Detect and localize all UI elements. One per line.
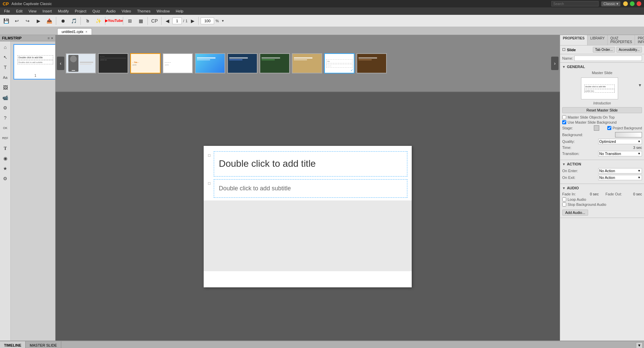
tab-close-button[interactable]: × — [86, 30, 88, 34]
slide-title-box[interactable]: □ Double click to add title — [214, 151, 407, 177]
home-icon-btn[interactable]: ⌂ — [1, 43, 10, 52]
menu-modify[interactable]: Modify — [55, 8, 71, 14]
text2-icon-btn[interactable]: 𝐓 — [1, 144, 10, 153]
text-icon-btn[interactable]: T — [1, 63, 10, 72]
filmstrip-close-icon[interactable]: × — [51, 36, 53, 40]
stop-bg-audio-checkbox[interactable] — [562, 202, 566, 207]
mode-selector[interactable]: Classic ▾ — [601, 1, 620, 6]
thumb-10[interactable] — [357, 53, 387, 73]
menu-insert[interactable]: Insert — [40, 8, 55, 14]
table-button[interactable]: ⊞ — [125, 16, 135, 26]
record-button[interactable]: ⏺ — [58, 16, 68, 26]
transition-select[interactable]: No Transition Fade Slide — [598, 151, 642, 156]
general-section-header[interactable]: ▼ GENERAL — [562, 65, 642, 69]
menu-themes[interactable]: Themes — [134, 8, 153, 14]
zoom-dropdown[interactable]: ▼ — [220, 16, 226, 26]
slide-checkbox[interactable]: ☐ — [562, 48, 566, 52]
master-dropdown-icon[interactable]: ▼ — [638, 83, 642, 88]
master-objs-checkbox[interactable] — [562, 115, 566, 119]
name-input[interactable] — [574, 56, 642, 61]
thumb-6[interactable] — [227, 53, 258, 73]
menu-edit[interactable]: Edit — [13, 8, 25, 14]
redo-button[interactable]: ↪ — [23, 16, 32, 26]
audio-section-header[interactable]: ▼ AUDIO — [562, 186, 642, 190]
accessibility-button[interactable]: Accessibility... — [616, 47, 642, 53]
tab-timeline[interactable]: TIMELINE — [0, 341, 26, 348]
effects2-icon-btn[interactable]: ★ — [1, 164, 10, 173]
menu-video[interactable]: Video — [119, 8, 134, 14]
menu-help[interactable]: Help — [173, 8, 186, 14]
reset-master-button[interactable]: Reset Master Slide — [562, 107, 642, 113]
ok-icon-btn[interactable]: OK — [1, 124, 10, 132]
settings-icon-btn[interactable]: ⚙ — [1, 174, 10, 183]
add-audio-button[interactable]: Add Audio... — [562, 210, 588, 216]
quiz-icon-btn[interactable]: ? — [1, 114, 10, 122]
thumb-3[interactable]: ─ Title ─ subtitle — [130, 53, 161, 73]
tab-library[interactable]: LIBRARY — [587, 35, 608, 45]
toolbar-sep-7 — [198, 17, 199, 25]
stage-color-swatch[interactable] — [594, 125, 599, 131]
pointer-button[interactable]: 🖱 — [83, 16, 92, 26]
menu-file[interactable]: File — [1, 8, 13, 14]
tab-project-info[interactable]: PROJECT INFO — [635, 35, 644, 45]
project-bg-checkbox[interactable] — [607, 126, 611, 130]
master-slide-preview[interactable]: double click to add title subtitle here — [581, 77, 618, 99]
interactions-icon-btn[interactable]: ⚙ — [1, 103, 10, 112]
search-input[interactable] — [551, 1, 599, 6]
image-icon-btn[interactable]: 🖼 — [1, 83, 10, 92]
thumb-nav-right[interactable]: › — [551, 57, 558, 70]
cursor-icon-btn[interactable]: ↖ — [1, 53, 10, 62]
action-section-header[interactable]: ▼ ACTION — [562, 162, 642, 166]
tab-properties[interactable]: PROPERTIES — [560, 35, 587, 45]
grid-button[interactable]: ▦ — [136, 16, 145, 26]
shapes-icon-btn[interactable]: Aa — [1, 73, 10, 82]
maximize-button[interactable] — [630, 1, 635, 6]
tab-order-button[interactable]: Tab Order... — [593, 47, 615, 53]
menu-project[interactable]: Project — [72, 8, 89, 14]
thumb-7[interactable] — [260, 53, 290, 73]
menu-view[interactable]: View — [26, 8, 39, 14]
tab-master-slide[interactable]: MASTER SLIDE — [26, 341, 61, 348]
filmstrip-slide-1[interactable]: Double click to add title Double click t… — [13, 44, 55, 80]
save-button[interactable]: 💾 — [1, 16, 11, 26]
tab-quiz-properties[interactable]: QUIZ PROPERTIES — [608, 35, 635, 45]
thumb-4[interactable]: ─ ─ ─ ─ subtitle — [163, 53, 193, 73]
filmstrip-options-icon[interactable]: ≡ — [47, 36, 49, 40]
zoom-input[interactable]: 100 — [201, 18, 214, 24]
preview-button[interactable]: ▶ — [34, 16, 43, 26]
thumb-8[interactable] — [292, 53, 322, 73]
use-master-bg-checkbox[interactable] — [562, 120, 566, 124]
title-collapse-icon[interactable]: □ — [208, 153, 210, 158]
minimize-button[interactable] — [623, 1, 628, 6]
bg-color-swatch[interactable] — [615, 132, 642, 137]
thumb-2[interactable]: ─ ─ ─ subtitle text — [98, 53, 128, 73]
on-enter-select[interactable]: No Action Go to Next Slide Go to Previou… — [598, 168, 642, 173]
menu-quiz[interactable]: Quiz — [90, 8, 103, 14]
loop-audio-checkbox[interactable] — [562, 197, 566, 201]
menu-audio[interactable]: Audio — [103, 8, 118, 14]
next-page-button[interactable]: ▶ — [189, 16, 196, 26]
thumb-1[interactable]: ▬▬ — [66, 53, 96, 73]
youtube-button[interactable]: ▶YouTube — [107, 16, 121, 26]
ref-icon-btn[interactable]: REF — [1, 134, 10, 143]
circle-icon-btn[interactable]: ◉ — [1, 154, 10, 163]
subtitle-collapse-icon[interactable]: □ — [208, 181, 210, 186]
effects-button[interactable]: ✨ — [94, 16, 103, 26]
page-current-input[interactable]: 1 — [172, 18, 182, 24]
cp-button[interactable]: CP — [150, 16, 159, 26]
close-button[interactable] — [637, 1, 641, 6]
file-tab[interactable]: untitled1.cptx × — [57, 28, 92, 35]
slide-subtitle-box[interactable]: □ Double click to add subtitle — [214, 179, 407, 198]
publish-button[interactable]: 📤 — [44, 16, 54, 26]
timeline-minimize-button[interactable]: ▼ — [636, 342, 643, 348]
quality-select[interactable]: Optimized High Low — [598, 139, 642, 144]
thumb-5[interactable] — [195, 53, 225, 73]
audio-button[interactable]: 🎵 — [69, 16, 78, 26]
on-exit-select[interactable]: No Action Go to Next Slide Go to Previou… — [598, 175, 642, 180]
thumb-9[interactable]: title subtitle ✓ — [324, 53, 354, 73]
undo-button[interactable]: ↩ — [12, 16, 22, 26]
video-icon-btn[interactable]: 📹 — [1, 93, 10, 102]
menu-window[interactable]: Window — [154, 8, 172, 14]
prev-page-button[interactable]: ◀ — [164, 16, 171, 26]
thumb-nav-left[interactable]: ‹ — [57, 57, 64, 70]
